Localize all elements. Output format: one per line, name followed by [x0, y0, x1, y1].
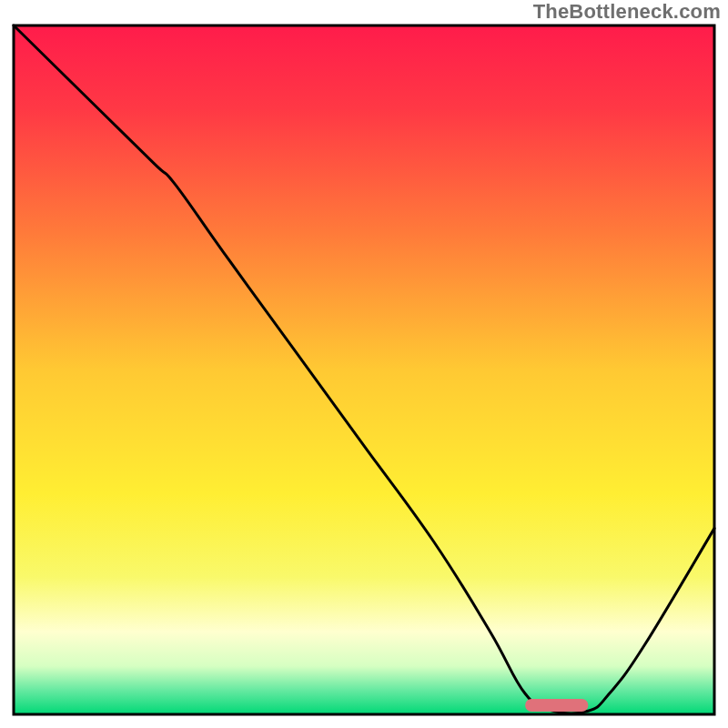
watermark-text: TheBottleneck.com	[533, 0, 721, 24]
chart-svg	[0, 0, 728, 728]
optimal-range-marker	[525, 699, 588, 712]
bottleneck-chart: TheBottleneck.com	[0, 0, 728, 728]
